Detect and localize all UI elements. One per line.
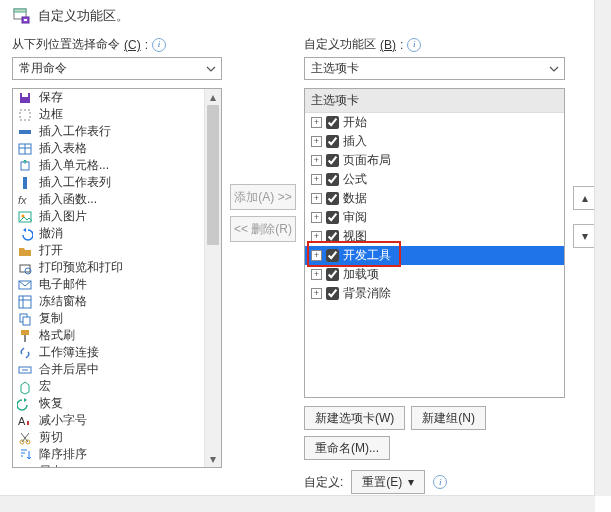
tab-label: 审阅 [343, 209, 367, 226]
ribbon-target-combo[interactable]: 主选项卡 [304, 57, 565, 80]
save-icon [17, 90, 33, 106]
expand-icon[interactable]: + [311, 269, 322, 280]
ribbon-tab-item[interactable]: +页面布局 [305, 151, 564, 170]
merge-icon [17, 362, 33, 378]
command-item[interactable]: 插入图片 [13, 208, 221, 225]
freeze-icon [17, 294, 33, 310]
commands-source-combo[interactable]: 常用命令 [12, 57, 222, 80]
command-item[interactable]: 冻结窗格▶ [13, 293, 221, 310]
command-item[interactable]: 插入工作表行 [13, 123, 221, 140]
command-label: 合并后居中 [39, 361, 202, 378]
command-item[interactable]: fx插入函数... [13, 191, 221, 208]
expand-icon[interactable]: + [311, 174, 322, 185]
rename-button[interactable]: 重命名(M)... [304, 436, 390, 460]
scroll-up-icon[interactable]: ▴ [205, 89, 221, 105]
tab-checkbox[interactable] [326, 173, 339, 186]
tab-checkbox[interactable] [326, 230, 339, 243]
expand-icon[interactable]: + [311, 155, 322, 166]
tab-checkbox[interactable] [326, 135, 339, 148]
font-dec-icon: A [17, 413, 33, 429]
command-label: 插入表格 [39, 140, 217, 157]
expand-icon[interactable]: + [311, 288, 322, 299]
reset-button[interactable]: 重置(E) ▾ [351, 470, 425, 494]
command-item[interactable]: 电子邮件 [13, 276, 221, 293]
expand-icon[interactable]: + [311, 212, 322, 223]
info-icon[interactable]: i [433, 475, 447, 489]
ribbon-tab-item[interactable]: +视图 [305, 227, 564, 246]
command-item[interactable]: 工作簿连接 [13, 344, 221, 361]
insert-cell-icon [17, 158, 33, 174]
dialog-title: 自定义功能区。 [38, 7, 129, 25]
commands-scrollbar[interactable]: ▴ ▾ [204, 89, 221, 467]
expand-icon[interactable]: + [311, 117, 322, 128]
command-item[interactable]: 打印预览和打印 [13, 259, 221, 276]
command-label: 居中 [39, 463, 217, 468]
chevron-down-icon [546, 61, 562, 77]
expand-icon[interactable]: + [311, 136, 322, 147]
command-label: 冻结窗格 [39, 293, 202, 310]
tree-header: 主选项卡 [305, 89, 564, 113]
ribbon-tab-item[interactable]: +公式 [305, 170, 564, 189]
command-item[interactable]: 剪切 [13, 429, 221, 446]
command-item[interactable]: 复制 [13, 310, 221, 327]
commands-listbox[interactable]: 保存边框▶插入工作表行插入表格插入单元格...插入工作表列fx插入函数...插入… [12, 88, 222, 468]
command-item[interactable]: 格式刷 [13, 327, 221, 344]
new-tab-button[interactable]: 新建选项卡(W) [304, 406, 405, 430]
command-item[interactable]: 居中 [13, 463, 221, 468]
expand-icon[interactable]: + [311, 193, 322, 204]
command-label: 恢复 [39, 395, 202, 412]
command-item[interactable]: 恢复▶ [13, 395, 221, 412]
add-button[interactable]: 添加(A) >> [230, 184, 296, 210]
command-item[interactable]: A减小字号 [13, 412, 221, 429]
info-icon[interactable]: i [407, 38, 421, 52]
dialog-vertical-scrollbar[interactable] [594, 0, 611, 496]
command-item[interactable]: 保存 [13, 89, 221, 106]
command-item[interactable]: 合并后居中▶ [13, 361, 221, 378]
cut-icon [17, 430, 33, 446]
ribbon-tab-item[interactable]: +数据 [305, 189, 564, 208]
undo-icon [17, 226, 33, 242]
dialog-horizontal-scrollbar[interactable] [0, 495, 595, 512]
tab-checkbox[interactable] [326, 116, 339, 129]
command-label: 插入单元格... [39, 157, 217, 174]
ribbon-tab-item[interactable]: +开发工具 [305, 246, 564, 265]
sort-desc-icon [17, 447, 33, 463]
tab-checkbox[interactable] [326, 154, 339, 167]
command-item[interactable]: 宏▶ [13, 378, 221, 395]
tab-label: 页面布局 [343, 152, 391, 169]
ribbon-tab-item[interactable]: +审阅 [305, 208, 564, 227]
expand-icon[interactable]: + [311, 250, 322, 261]
ribbon-tab-item[interactable]: +加载项 [305, 265, 564, 284]
command-item[interactable]: 插入工作表列 [13, 174, 221, 191]
command-item[interactable]: 插入表格 [13, 140, 221, 157]
tab-checkbox[interactable] [326, 249, 339, 262]
new-group-button[interactable]: 新建组(N) [411, 406, 486, 430]
tab-checkbox[interactable] [326, 287, 339, 300]
chevron-down-icon: ▾ [408, 475, 414, 489]
expand-icon[interactable]: + [311, 231, 322, 242]
command-item[interactable]: 边框▶ [13, 106, 221, 123]
ribbon-tab-item[interactable]: +开始 [305, 113, 564, 132]
remove-button[interactable]: << 删除(R) [230, 216, 296, 242]
command-item[interactable]: 撤消▶ [13, 225, 221, 242]
ribbon-tab-item[interactable]: +背景消除 [305, 284, 564, 303]
scroll-down-icon[interactable]: ▾ [205, 451, 221, 467]
copy-icon [17, 311, 33, 327]
command-label: 插入函数... [39, 191, 217, 208]
command-label: 撤消 [39, 225, 202, 242]
ribbon-tree[interactable]: 主选项卡 +开始+插入+页面布局+公式+数据+审阅+视图+开发工具+加载项+背景… [304, 88, 565, 398]
tab-checkbox[interactable] [326, 211, 339, 224]
command-label: 打开 [39, 242, 217, 259]
info-icon[interactable]: i [152, 38, 166, 52]
center-icon [17, 464, 33, 469]
macro-icon [17, 379, 33, 395]
command-item[interactable]: 降序排序 [13, 446, 221, 463]
command-item[interactable]: 插入单元格... [13, 157, 221, 174]
ribbon-tab-item[interactable]: +插入 [305, 132, 564, 151]
tab-checkbox[interactable] [326, 268, 339, 281]
scrollbar-thumb[interactable] [207, 105, 219, 245]
tab-checkbox[interactable] [326, 192, 339, 205]
command-label: 插入工作表列 [39, 174, 217, 191]
command-label: 电子邮件 [39, 276, 217, 293]
command-item[interactable]: 打开 [13, 242, 221, 259]
